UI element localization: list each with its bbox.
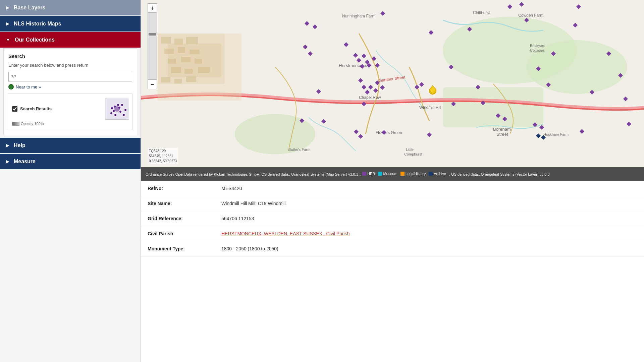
base-layers-button[interactable]: ▶ Base Layers (0, 0, 141, 15)
base-layers-arrow-icon: ▶ (6, 5, 9, 10)
svg-text:Hockham Farm: Hockham Farm (543, 132, 569, 136)
svg-rect-28 (181, 57, 191, 62)
svg-rect-16 (443, 87, 543, 127)
base-layers-label: Base Layers (14, 5, 45, 11)
search-description: Enter your search below and press return (8, 62, 132, 68)
nls-button[interactable]: ▶ NLS Historic Maps (0, 16, 141, 32)
near-to-me-dot-icon (8, 84, 14, 89)
svg-point-10 (123, 114, 125, 116)
svg-text:Street: Street (496, 132, 508, 137)
svg-text:Windmill Hill: Windmill Hill (419, 105, 441, 110)
attribution-os: , OS derived data., (449, 172, 481, 176)
attribution-vector: (Vector Layer) v3.0.0 (515, 172, 549, 176)
help-button[interactable]: ▶ Help (0, 138, 141, 153)
svg-rect-33 (161, 77, 170, 82)
zoom-slider-track[interactable] (148, 13, 157, 80)
map-attribution: Ordnance Survey OpenData rendered by Klo… (141, 167, 644, 181)
svg-rect-32 (198, 67, 210, 73)
gridref-value: 564706 112153 (221, 216, 254, 221)
svg-point-9 (110, 112, 112, 114)
help-arrow-icon: ▶ (6, 143, 9, 148)
her-legend-label: HER (367, 171, 375, 177)
museum-legend: Museum (378, 171, 397, 177)
svg-text:Brickyard: Brickyard (530, 44, 545, 48)
svg-point-11 (114, 114, 116, 116)
zoom-out-button[interactable]: − (148, 80, 157, 89)
svg-rect-23 (186, 37, 198, 44)
monument-label: Monument Type: (148, 246, 221, 251)
svg-point-3 (118, 107, 120, 109)
svg-text:Chapel Row: Chapel Row (359, 95, 381, 100)
coords-grid: 564345, 112861 (149, 154, 177, 159)
parish-label: Civil Parish: (148, 231, 221, 236)
svg-rect-24 (164, 49, 174, 54)
svg-text:Chilthurst: Chilthurst (473, 10, 490, 15)
svg-point-12 (124, 109, 126, 111)
svg-point-6 (117, 104, 119, 106)
our-collections-label: Our Collections (15, 37, 55, 43)
refno-row: RefNo: MES4420 (141, 181, 644, 196)
sitename-label: Site Name: (148, 201, 221, 206)
localhistory-legend-dot (400, 172, 405, 176)
svg-text:Butler's Farm: Butler's Farm (288, 147, 310, 152)
map-canvas[interactable]: Herstmonceux Chapel Row Windmill Hill Fl… (141, 0, 644, 181)
svg-text:Cowden Farm: Cowden Farm (518, 13, 543, 18)
localhistory-legend-label: LocalHistory (406, 171, 426, 177)
measure-label: Measure (14, 159, 36, 165)
svg-rect-34 (174, 79, 182, 83)
search-title: Search (8, 53, 132, 59)
near-to-me-button[interactable]: Near to me » (8, 84, 132, 89)
svg-rect-22 (174, 39, 183, 45)
svg-rect-21 (161, 37, 171, 44)
thumbnail-svg (105, 98, 128, 120)
svg-point-8 (121, 104, 123, 106)
svg-point-4 (113, 110, 115, 112)
orangeleaf-link[interactable]: Orangeleaf Systems (481, 172, 515, 176)
search-input[interactable] (8, 72, 132, 81)
coords-tq: TQ643 129 (149, 148, 177, 154)
monument-value: 1800 - 2050 (1800 to 2050) (221, 246, 278, 251)
our-collections-button[interactable]: ▼ Our Collections (0, 32, 141, 48)
nls-label: NLS Historic Maps (14, 21, 61, 27)
search-results-thumbnail (105, 98, 128, 120)
refno-value: MES4420 (221, 186, 242, 191)
map-svg: Herstmonceux Chapel Row Windmill Hill Fl… (141, 0, 644, 181)
zoom-slider-handle[interactable] (149, 33, 156, 36)
svg-text:Cottages: Cottages (530, 48, 545, 52)
zoom-in-button[interactable]: + (148, 3, 157, 13)
search-results-label: Search Results (20, 106, 52, 111)
svg-text:Boreham: Boreham (493, 127, 511, 132)
svg-text:Nunningham Farm: Nunningham Farm (342, 14, 375, 18)
help-label: Help (14, 142, 25, 148)
opacity-icon (12, 122, 19, 126)
opacity-row: Opacity 100% (12, 122, 128, 126)
info-table: RefNo: MES4420 Site Name: Windmill Hill … (141, 181, 644, 256)
svg-text:Little: Little (406, 147, 414, 152)
her-legend: HER (362, 171, 375, 177)
attribution-text: Ordnance Survey OpenData rendered by Klo… (146, 172, 362, 176)
svg-rect-26 (190, 50, 200, 54)
localhistory-legend: LocalHistory (400, 171, 426, 177)
collections-arrow-icon: ▼ (6, 38, 10, 42)
monument-row: Monument Type: 1800 - 2050 (1800 to 2050… (141, 241, 644, 256)
sitename-value: Windmill Hill Mill: C19 Windmill (221, 201, 285, 206)
gridref-row: Grid Reference: 564706 112153 (141, 211, 644, 226)
archive-legend-label: Archive (434, 171, 446, 177)
svg-point-5 (119, 111, 121, 113)
measure-button[interactable]: ▶ Measure (0, 154, 141, 169)
svg-point-2 (114, 106, 116, 108)
search-results-checkbox[interactable] (12, 106, 17, 112)
nls-arrow-icon: ▶ (6, 21, 9, 26)
svg-point-7 (111, 107, 113, 109)
coords-latlon: 0.33542, 50.89273 (149, 159, 177, 164)
svg-rect-27 (168, 59, 176, 64)
parish-value[interactable]: HERSTMONCEUX, WEALDEN, EAST SUSSEX , Civ… (221, 231, 350, 236)
measure-arrow-icon: ▶ (6, 159, 9, 164)
refno-label: RefNo: (148, 186, 221, 191)
archive-legend: Archive (429, 171, 446, 177)
her-legend-dot (362, 172, 366, 176)
svg-text:Flowers Green: Flowers Green (376, 130, 402, 135)
parish-row: Civil Parish: HERSTMONCEUX, WEALDEN, EAS… (141, 226, 644, 241)
sitename-row: Site Name: Windmill Hill Mill: C19 Windm… (141, 196, 644, 211)
zoom-controls: + − (148, 3, 157, 89)
